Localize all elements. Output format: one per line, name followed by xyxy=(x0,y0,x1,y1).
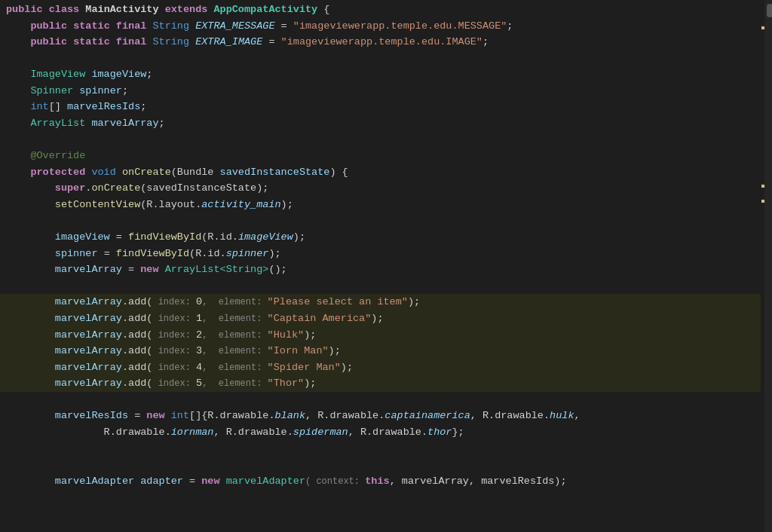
code-content[interactable]: public class MainActivity extends AppCom… xyxy=(0,0,761,532)
token: ); xyxy=(268,246,280,262)
scrollbar[interactable] xyxy=(764,0,772,532)
token: marvelArray xyxy=(6,310,122,327)
token: (); xyxy=(268,261,286,278)
token: , element: xyxy=(202,295,267,310)
token: = xyxy=(110,229,128,246)
code-line: marvelArray.add( index: 3, element: "Ior… xyxy=(0,343,761,359)
code-line xyxy=(0,441,761,457)
token: marvelAdapter adapter xyxy=(6,473,183,490)
token: []{R.drawable. xyxy=(189,408,274,424)
token: spinner xyxy=(79,83,122,99)
token: marvelArray xyxy=(6,343,122,359)
code-line: setContentView(R.layout.activity_main); xyxy=(0,197,761,213)
code-line: public static final String EXTRA_MESSAGE… xyxy=(0,18,761,35)
token: R.drawable. xyxy=(6,424,171,441)
code-line: super.onCreate(savedInstanceState); xyxy=(0,180,761,197)
token: marvelArray xyxy=(6,327,122,344)
token: "Please select an item" xyxy=(268,294,408,310)
token: ; xyxy=(122,83,128,99)
token: ); xyxy=(341,359,353,376)
token: = xyxy=(98,246,116,262)
token: , element: xyxy=(202,312,267,326)
token: (R.id. xyxy=(189,246,226,262)
token: int xyxy=(6,99,49,115)
code-line xyxy=(0,392,761,408)
code-line xyxy=(0,50,761,67)
token: super xyxy=(6,180,85,197)
token: ; xyxy=(146,66,152,83)
token: marvelArray xyxy=(91,115,158,132)
token: , marvelArray, marvelResIds); xyxy=(390,473,567,490)
token: .add( xyxy=(122,294,153,310)
token: (Bundle xyxy=(171,164,220,181)
token: "Hulk" xyxy=(268,327,305,344)
token: public xyxy=(6,18,73,35)
token: , R.drawable. xyxy=(305,408,384,424)
token: index: xyxy=(152,312,196,326)
code-line: spinner = findViewById(R.id.spinner); xyxy=(0,246,761,262)
token: ; xyxy=(159,115,165,132)
code-line: Spinner spinner; xyxy=(0,83,761,99)
token: ); xyxy=(329,343,341,359)
code-line: marvelResIds = new int[]{R.drawable.blan… xyxy=(0,408,761,424)
token: "imageviewerapp.temple.edu.MESSAGE" xyxy=(293,18,507,35)
token: .add( xyxy=(122,359,153,376)
token: spinner xyxy=(226,246,269,262)
token: int xyxy=(171,408,189,424)
scroll-thumb[interactable] xyxy=(767,4,772,17)
code-line xyxy=(0,457,761,473)
token: ); xyxy=(304,375,316,392)
token: thor xyxy=(427,424,452,441)
token: captainamerica xyxy=(384,408,470,424)
token: ArrayList xyxy=(6,115,91,132)
token: @Override xyxy=(6,148,85,164)
token: public xyxy=(6,34,73,50)
token: new xyxy=(146,408,170,424)
token: ; xyxy=(507,18,513,35)
token: ; xyxy=(482,34,489,50)
code-line: marvelArray.add( index: 4, element: "Spi… xyxy=(0,359,761,376)
token: marvelArray xyxy=(6,359,122,376)
token: index: xyxy=(152,361,196,375)
token: imageView xyxy=(238,229,293,246)
token: (R.layout. xyxy=(140,197,201,213)
token: onCreate xyxy=(122,164,171,181)
token: static xyxy=(73,18,116,35)
token: this xyxy=(365,473,389,490)
token: ); xyxy=(281,197,293,213)
token: new xyxy=(201,473,225,490)
token: ImageView xyxy=(6,66,91,83)
token: , element: xyxy=(202,361,267,375)
token: marvelArray xyxy=(6,261,122,278)
token: "imageviewerapp.temple.edu.IMAGE" xyxy=(281,34,482,50)
token: 3 xyxy=(196,343,202,359)
token: setContentView xyxy=(6,197,140,213)
code-line: R.drawable.iornman, R.drawable.spiderman… xyxy=(0,424,761,441)
token: AppCompatActivity xyxy=(213,2,317,18)
token: marvelResIds xyxy=(67,99,140,115)
token: index: xyxy=(152,344,196,359)
code-line: public class MainActivity extends AppCom… xyxy=(0,2,761,18)
token: final xyxy=(116,18,153,35)
token: (savedInstanceState); xyxy=(140,180,268,197)
token: String xyxy=(152,18,195,35)
token: activity_main xyxy=(201,197,280,213)
token: ); xyxy=(371,310,383,327)
token: hulk xyxy=(550,408,574,424)
code-line: @Override xyxy=(0,148,761,164)
token: , R.drawable. xyxy=(470,408,550,424)
token: spinner xyxy=(6,246,98,262)
code-line: marvelArray.add( index: 5, element: "Tho… xyxy=(0,375,761,392)
code-line xyxy=(0,278,761,295)
token: static xyxy=(73,34,116,50)
token: [] xyxy=(49,99,67,115)
token: index: xyxy=(152,377,196,391)
token: "Captain America" xyxy=(268,310,372,327)
token: { xyxy=(317,2,329,18)
token: ( context: xyxy=(305,475,365,489)
token: EXTRA_IMAGE xyxy=(195,34,262,50)
token: 4 xyxy=(196,359,202,376)
token: marvelArray xyxy=(6,294,122,310)
token: new xyxy=(140,261,164,278)
token: blank xyxy=(274,408,305,424)
